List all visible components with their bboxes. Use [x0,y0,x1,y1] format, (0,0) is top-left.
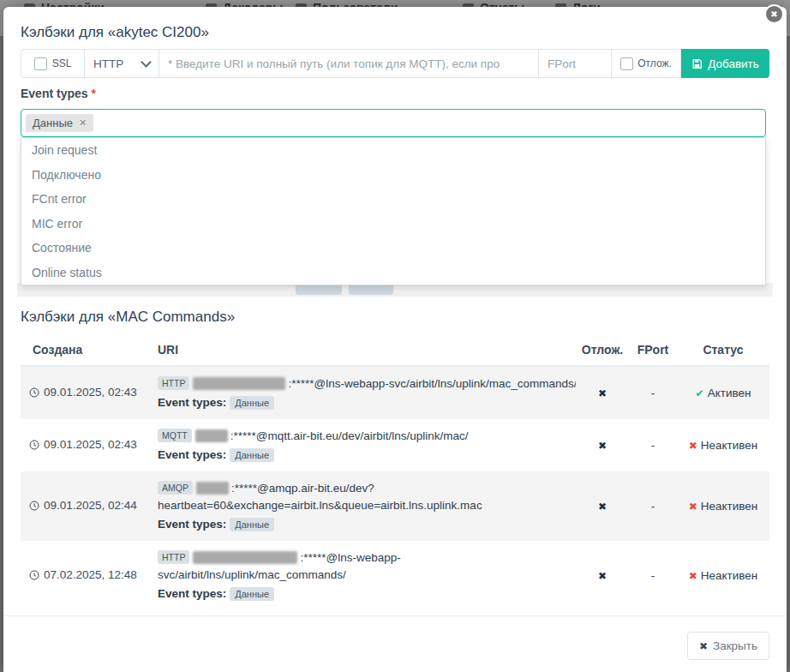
tag-remove-icon[interactable]: ✕ [79,117,87,129]
dropdown-option[interactable]: Состояние [21,236,765,261]
dropdown-option[interactable]: Online status [21,261,765,285]
fport-input[interactable] [539,50,611,77]
modal-footer: ✖ Закрыть [3,615,787,672]
table-row: 09.01.2025, 02:43 MQTT:*****@mqtt.air-bi… [21,419,769,471]
postpone-off-icon: ✖ [598,501,607,513]
uri-text: :*****@amqp.air-bit.eu/dev? [231,482,374,495]
add-button[interactable]: Добавить [681,49,769,78]
col-header-status: Статус [677,336,769,366]
col-header-uri: URI [158,336,576,366]
status-label: Неактивен [701,500,758,513]
clock-icon [29,570,39,583]
callbacks-table: Создана URI Отлож. FPort Статус 09.01.20… [21,336,769,610]
callbacks-modal: ✖ Кэлбэки для «akytec CI200» SSL HTTP От… [3,7,787,672]
fport-value: - [629,471,677,541]
redacted-credentials [196,482,229,495]
protocol-badge: HTTP [158,550,189,564]
protocol-selected-value: HTTP [93,57,123,70]
uri-text: svc/airbit/lns/uplink/mac_commands/ [158,567,576,584]
save-icon [691,58,703,69]
event-types-multiselect[interactable]: Данные ✕ [21,109,766,137]
protocol-select[interactable]: HTTP [84,49,159,78]
uri-text: heartbeat=60&exchange=airbit.lns&queue=a… [158,497,576,514]
clock-icon [29,387,39,400]
add-callback-form: SSL HTTP Отлож. Добавить [21,49,769,78]
dropdown-option[interactable]: FCnt error [21,187,765,212]
tag-label: Данные [33,117,73,129]
clock-icon [29,501,39,513]
ssl-label: SSL [52,57,72,69]
event-type-badge: Данные [230,448,274,462]
uri-input-cell [159,49,539,78]
event-types-caption: Event types: [158,396,226,409]
postpone-checkbox-cell[interactable]: Отлож. [611,49,681,78]
table-row: 09.01.2025, 02:43 HTTP:*****@lns-webapp-… [21,366,769,419]
dropdown-option[interactable]: Подключено [21,163,765,188]
close-icon: ✖ [770,9,777,19]
table-row: 09.01.2025, 02:44 AMQP:*****@amqp.air-bi… [21,471,769,541]
postpone-checkbox[interactable] [620,57,633,70]
status-active-icon: ✔ [696,387,704,399]
event-type-badge: Данные [230,396,274,410]
event-types-dropdown: Join request Подключено FCnt error MIC e… [21,137,766,285]
ssl-checkbox-cell[interactable]: SSL [21,49,85,78]
event-types-caption: Event types: [158,587,226,600]
status-label: Неактивен [701,439,758,452]
fport-value: - [629,541,677,610]
col-header-postpone: Отлож. [576,336,629,366]
required-asterisk: * [92,87,96,100]
modal-title: Кэлбэки для «akytec CI200» [21,24,209,41]
event-types-caption: Event types: [158,518,226,531]
created-at: 07.02.2025, 12:48 [44,568,137,581]
protocol-badge: MQTT [158,429,192,442]
close-button-label: Закрыть [713,639,757,652]
postpone-label: Отлож. [637,57,672,69]
uri-input[interactable] [159,50,538,77]
fport-value: - [629,366,677,419]
status-inactive-icon: ✖ [689,440,697,452]
event-types-caption: Event types: [158,448,226,461]
postpone-off-icon: ✖ [598,387,607,399]
fport-input-cell [538,49,612,78]
event-types-label: Event types* [21,87,96,100]
add-button-label: Добавить [708,57,759,70]
redacted-credentials [193,551,297,564]
event-type-badge: Данные [230,587,274,601]
uri-text: :*****@lns-webapp-svc/airbit/lns/uplink/… [288,377,576,390]
status-inactive-icon: ✖ [689,501,697,513]
close-modal-button[interactable]: ✖ Закрыть [687,632,769,660]
chevron-down-icon [141,57,152,68]
page: Настройки▾ Декодеры▾ Пользователи▾ Отчет… [0,0,790,672]
dropdown-option[interactable]: Join request [21,138,765,163]
close-icon: ✖ [699,640,708,652]
modal-close-button[interactable]: ✖ [764,4,784,24]
redacted-credentials [195,429,228,442]
selected-tag: Данные ✕ [26,114,93,132]
created-at: 09.01.2025, 02:43 [44,438,137,451]
created-at: 09.01.2025, 02:44 [44,499,137,512]
status-label: Неактивен [701,569,758,582]
postpone-off-icon: ✖ [598,440,607,452]
event-type-badge: Данные [230,518,274,531]
col-header-fport: FPort [629,336,677,366]
table-row: 07.02.2025, 12:48 HTTP:*****@lns-webapp-… [21,541,769,610]
status-inactive-icon: ✖ [689,570,697,582]
uri-text: :*****@lns-webapp- [300,551,400,564]
dropdown-option[interactable]: MIC error [21,212,765,237]
redacted-credentials [193,377,285,390]
protocol-badge: AMQP [158,481,193,495]
protocol-badge: HTTP [158,376,189,390]
clock-icon [29,440,39,453]
uri-text: :*****@mqtt.air-bit.eu/dev/airbit/lns/up… [230,429,469,442]
col-header-created: Создана [21,336,158,366]
postpone-off-icon: ✖ [598,570,607,582]
status-label: Активен [708,387,751,399]
ssl-checkbox[interactable] [34,57,47,70]
section-title-mac-commands: Кэлбэки для «MAC Commands» [21,309,235,326]
fport-value: - [629,419,677,471]
table-header-row: Создана URI Отлож. FPort Статус [21,336,769,366]
created-at: 09.01.2025, 02:43 [44,386,137,399]
